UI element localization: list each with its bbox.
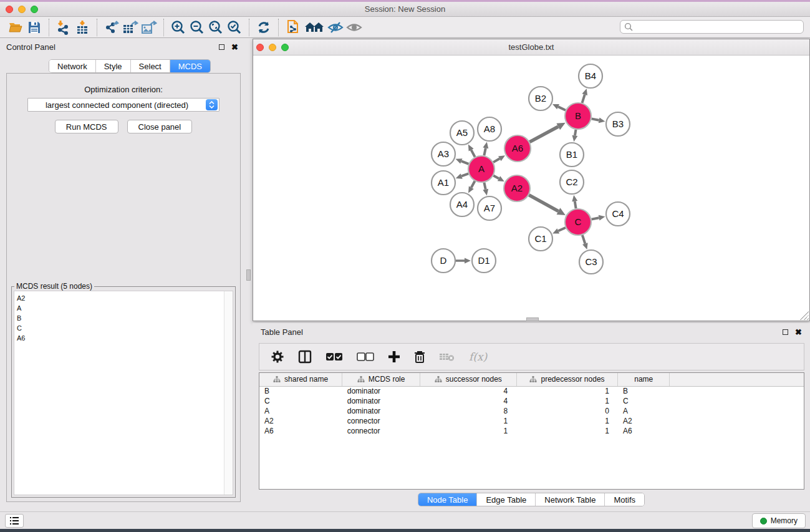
open-file-button[interactable] [6,19,25,36]
tab-node-table[interactable]: Node Table [418,493,478,506]
graph-edge-A6-B[interactable] [529,127,558,142]
window-resize-grip[interactable] [800,311,809,320]
table-settings-icon[interactable] [271,350,284,364]
tab-motifs[interactable]: Motifs [605,493,644,506]
export-image-button[interactable] [140,19,158,36]
graph-edge-A2-C[interactable] [529,195,558,211]
divider-grip[interactable] [246,269,251,281]
canvas-divider-grip[interactable] [526,317,539,321]
tab-network[interactable]: Network [49,60,96,72]
table-cell[interactable]: B [259,386,342,396]
table-cell[interactable]: A [618,406,670,416]
table-cell[interactable]: 1 [516,416,618,426]
tab-select[interactable]: Select [131,60,170,72]
tab-network-table[interactable]: Network Table [536,493,605,506]
export-network-button[interactable] [102,19,121,36]
task-history-button[interactable] [5,514,24,528]
table-cell[interactable]: A6 [259,426,342,436]
table-cell[interactable]: A2 [618,416,670,426]
table-cell[interactable]: C [259,396,342,406]
graph-edge-C-C1[interactable] [558,228,566,231]
column-header-predecessor-nodes[interactable]: predecessor nodes [516,373,618,386]
table-cell[interactable]: dominator [342,396,420,406]
table-cell[interactable]: 4 [420,396,516,406]
delete-column-icon[interactable] [414,351,425,364]
table-cell[interactable]: 4 [420,386,516,396]
list-scrollbar[interactable] [224,291,233,495]
table-header-row[interactable]: shared nameMCDS rolesuccessor nodesprede… [259,373,804,386]
graph-edge-A-A5[interactable] [471,150,475,157]
table-cell[interactable]: dominator [342,406,420,416]
graph-edge-A-A8[interactable] [484,148,485,155]
deselect-all-columns-icon[interactable] [357,352,374,361]
node-table[interactable]: shared nameMCDS rolesuccessor nodesprede… [259,372,804,490]
tab-edge-table[interactable]: Edge Table [477,493,536,506]
table-cell[interactable]: 1 [516,396,618,406]
zoom-selected-button[interactable] [225,19,244,36]
table-cell[interactable]: 1 [420,416,516,426]
table-cell[interactable]: connector [342,416,420,426]
show-columns-icon[interactable] [298,350,312,364]
zoom-out-button[interactable] [188,19,206,36]
mcds-result-item[interactable]: B [17,313,233,323]
graph-edge-C-C3[interactable] [582,235,585,244]
export-table-button[interactable] [121,19,140,36]
mcds-result-item[interactable]: A6 [17,333,233,343]
table-row[interactable]: A2connector11A2 [259,416,804,426]
delete-table-icon[interactable] [439,352,455,362]
import-network-button[interactable] [54,19,73,36]
zoom-in-button[interactable] [169,19,188,36]
hide-details-button[interactable] [326,19,345,36]
mcds-result-item[interactable]: A2 [17,293,233,303]
mcds-result-list[interactable]: A2ABCA6 [14,291,233,495]
table-cell[interactable]: 8 [420,406,516,416]
import-table-button[interactable] [73,19,92,36]
table-cell[interactable]: 0 [516,406,618,416]
column-header-MCDS-role[interactable]: MCDS role [342,373,420,386]
table-cell[interactable]: 1 [516,386,618,396]
run-mcds-button[interactable]: Run MCDS [55,120,118,133]
column-header-shared-name[interactable]: shared name [259,373,342,386]
table-cell[interactable]: B [618,386,670,396]
close-panel-button[interactable]: Close panel [127,120,193,133]
column-header-name[interactable]: name [618,373,670,386]
table-cell[interactable]: A2 [259,416,342,426]
graph-edge-A-A7[interactable] [484,183,485,190]
close-panel-icon[interactable]: ✖ [231,43,238,51]
save-session-button[interactable] [25,19,44,36]
graph-edge-A-A3[interactable] [461,161,469,164]
float-table-panel-icon[interactable] [783,329,788,335]
home-button[interactable] [302,19,326,36]
table-cell[interactable]: A [259,406,342,416]
close-table-panel-icon[interactable]: ✖ [795,328,802,336]
table-row[interactable]: Adominator80A [259,406,804,416]
tab-mcds[interactable]: MCDS [170,60,210,72]
table-cell[interactable]: 1 [420,426,516,436]
graph-edge-B-B1[interactable] [575,130,576,136]
column-header-successor-nodes[interactable]: successor nodes [420,373,516,386]
graph-edge-C-C2[interactable] [575,201,576,209]
mcds-result-item[interactable]: A [17,303,233,313]
memory-button[interactable]: Memory [752,513,806,528]
table-cell[interactable]: C [618,396,670,406]
select-all-columns-icon[interactable] [325,352,343,361]
table-cell[interactable]: connector [342,426,420,436]
table-cell[interactable]: 1 [516,426,618,436]
split-divider[interactable] [244,38,253,511]
graph-edge-B-B2[interactable] [558,107,566,110]
zoom-fit-button[interactable] [206,19,225,36]
mcds-result-item[interactable]: C [17,323,233,333]
table-row[interactable]: A6connector11A6 [259,426,804,436]
table-cell[interactable]: dominator [342,386,420,396]
table-cell[interactable]: A6 [618,426,670,436]
table-row[interactable]: Cdominator41C [259,396,804,406]
new-session-from-selection-button[interactable] [284,19,302,36]
function-builder-icon[interactable]: f(x) [469,351,487,363]
show-details-button[interactable] [345,19,364,36]
graph-edge-A-A2[interactable] [493,176,499,179]
network-canvas[interactable]: B4B2BB3A8A5A6A3B1AA1C2A2A4A7C4CC1DD1C3 [253,56,809,321]
search-input[interactable] [620,20,804,34]
optimization-criterion-select[interactable]: largest connected component (directed) [27,98,219,112]
tab-style[interactable]: Style [96,60,131,72]
graph-edge-C-C4[interactable] [592,218,599,219]
